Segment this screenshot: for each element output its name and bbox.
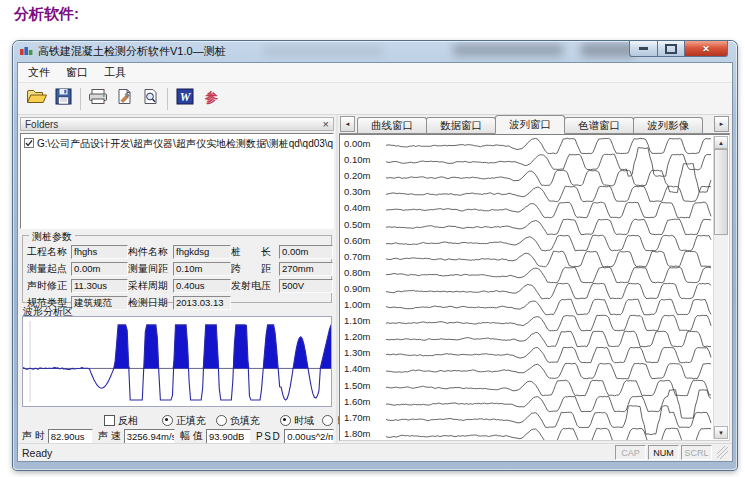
menu-item[interactable]: 工具 (96, 63, 134, 82)
radio-icon[interactable] (322, 415, 333, 426)
scrollbar-thumb[interactable] (714, 149, 728, 235)
glass-reflection (453, 44, 563, 56)
readout-value[interactable]: 0.00us^2/m (284, 429, 334, 444)
pile-params-group: 测桩参数 工程名称fhghs构件名称fhgkdsg桩 长0.00m测量起点0.0… (22, 235, 332, 303)
radio-icon[interactable] (162, 415, 173, 426)
param-value[interactable]: 0.00m (279, 245, 333, 259)
param-value[interactable]: fhghs (71, 245, 128, 259)
param-label: 发射电压 (231, 279, 279, 293)
analysis-waveform (23, 317, 331, 406)
folders-panel-header[interactable]: Folders × (20, 117, 334, 131)
depth-label: 1.00m (344, 299, 370, 310)
tab-scroll-left-icon[interactable]: ◄ (340, 116, 355, 132)
word-export-button[interactable]: W (172, 86, 198, 112)
radio-icon[interactable] (280, 415, 291, 426)
readout-value[interactable]: 93.90dB (206, 429, 251, 444)
param-value[interactable]: 建筑规范 (71, 296, 128, 310)
window-controls: ✕ (629, 41, 728, 57)
invert-label: 反相 (118, 414, 138, 428)
workspace: Folders × G:\公司产品设计开发\超声仪器\超声仪实地检测数据\测桩q… (18, 115, 732, 443)
close-icon[interactable]: × (323, 119, 329, 129)
readout-label: 幅 值 (180, 429, 203, 443)
folder-open-button[interactable] (24, 86, 50, 112)
depth-label: 0.20m (344, 170, 370, 181)
pane-splitter[interactable] (336, 115, 338, 443)
word-export-icon: W (176, 88, 194, 109)
print-setup-button[interactable] (111, 86, 137, 112)
param-label: 构件名称 (128, 245, 173, 259)
tab-scroll-right-icon[interactable]: ► (714, 116, 729, 132)
maximize-button[interactable] (658, 41, 684, 57)
param-value[interactable]: 0.00m (71, 262, 128, 276)
wave-rows: 0.00m0.10m0.20m0.30m0.40m0.50m0.60m0.70m… (342, 137, 712, 438)
wave-row: 1.80m (342, 427, 712, 441)
param-value[interactable]: 0.10m (173, 262, 231, 276)
left-pane: Folders × G:\公司产品设计开发\超声仪器\超声仪实地检测数据\测桩q… (20, 115, 336, 443)
param-value[interactable]: fhgkdsg (173, 245, 231, 259)
printer-icon (88, 88, 108, 109)
parameters-button[interactable]: 参 (198, 86, 224, 112)
depth-label: 0.30m (344, 186, 370, 197)
domain-mode-radio[interactable]: 时域 (280, 414, 314, 428)
glass-reflection (581, 43, 635, 57)
menu-item[interactable]: 窗口 (58, 63, 96, 82)
depth-label: 0.40m (344, 202, 370, 213)
tab-spectrum[interactable]: 色谱窗口 (564, 117, 634, 133)
readout-label: PSD (256, 431, 281, 442)
maximize-icon (665, 44, 677, 54)
folder-item[interactable]: G:\公司产品设计开发\超声仪器\超声仪实地检测数据\测桩qd\qd03\qd0… (24, 137, 333, 151)
checkbox-icon[interactable] (24, 138, 34, 150)
floppy-save-button[interactable] (50, 86, 76, 112)
vertical-scrollbar[interactable]: ▲ ▼ (713, 136, 728, 439)
depth-label: 1.40m (344, 363, 370, 374)
menu-item[interactable]: 文件 (20, 63, 58, 82)
param-label: 桩 长 (231, 245, 279, 259)
param-label: 采样周期 (128, 279, 173, 293)
depth-label: 1.10m (344, 315, 370, 326)
param-value[interactable]: 500V (279, 279, 333, 293)
param-label: 检测日期 (128, 296, 173, 310)
readouts-row: 声 时82.90us声 速3256.94m/s幅 值93.90dBPSD0.00… (20, 429, 334, 443)
param-value[interactable]: 270mm (279, 262, 333, 276)
printer-button[interactable] (85, 86, 111, 112)
tab-data[interactable]: 数据窗口 (426, 117, 496, 133)
folder-open-icon (26, 88, 48, 109)
indicator-scrl: SCRL (681, 445, 712, 460)
print-preview-button[interactable] (137, 86, 163, 112)
minimize-button[interactable] (629, 41, 658, 57)
pile-params-title: 测桩参数 (29, 230, 75, 244)
param-value[interactable]: 11.30us (71, 279, 128, 293)
status-bar: Ready CAPNUMSCRL (18, 443, 732, 461)
resize-grip[interactable] (717, 446, 728, 459)
radio-icon[interactable] (216, 415, 227, 426)
tab-wave-list[interactable]: 波列窗口 (495, 115, 565, 134)
invert-checkbox[interactable]: 反相 (104, 414, 138, 428)
radio-label: 正填充 (176, 414, 206, 428)
wave-list-panel: 0.00m0.10m0.20m0.30m0.40m0.50m0.60m0.70m… (339, 134, 730, 441)
depth-label: 0.50m (344, 219, 370, 230)
floppy-save-icon (55, 88, 72, 109)
param-value[interactable]: 0.40us (173, 279, 231, 293)
tab-wave-image[interactable]: 波列影像 (633, 117, 703, 133)
scroll-down-icon[interactable]: ▼ (714, 426, 728, 439)
toolbar: W参 (18, 83, 732, 115)
fill-mode-radio[interactable]: 负填充 (216, 414, 260, 428)
minimize-icon (639, 47, 648, 50)
indicator-num: NUM (648, 445, 679, 460)
readout-value[interactable]: 3256.94m/s (124, 429, 175, 444)
readout-value[interactable]: 82.90us (48, 429, 93, 444)
svg-text:W: W (180, 90, 192, 104)
param-label: 声时修正 (27, 279, 71, 293)
checkbox-icon[interactable] (104, 415, 115, 426)
screenshot-root: 分析软件: 高铁建混凝土检测分析软件V1.0—测桩 ✕ 文件窗口工具 W参 Fo… (0, 0, 745, 477)
menu-bar: 文件窗口工具 (18, 63, 732, 83)
folders-list[interactable]: G:\公司产品设计开发\超声仪器\超声仪实地检测数据\测桩qd\qd03\qd0… (20, 133, 334, 229)
close-button[interactable]: ✕ (684, 41, 728, 57)
param-value[interactable]: 2013.03.13 (173, 296, 231, 310)
scroll-up-icon[interactable]: ▲ (714, 136, 728, 149)
fill-mode-radio[interactable]: 正填充 (162, 414, 206, 428)
radio-label: 时域 (294, 414, 314, 428)
tab-curve[interactable]: 曲线窗口 (357, 117, 427, 133)
depth-label: 1.30m (344, 347, 370, 358)
depth-label: 1.70m (344, 412, 370, 423)
